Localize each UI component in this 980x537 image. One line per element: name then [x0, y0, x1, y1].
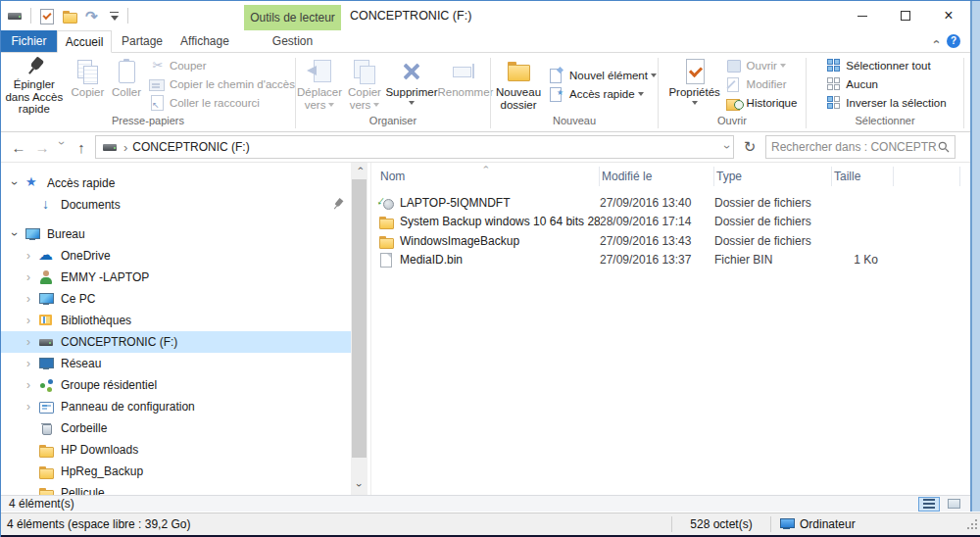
file-row[interactable]: WindowsImageBackup 27/09/2016 13:43 Doss… [378, 231, 970, 251]
column-header-size[interactable]: Taille [832, 167, 894, 186]
file-row[interactable]: System Backup windows 10 64 bits 28-9-..… [378, 213, 970, 232]
copy-path-button[interactable]: Copier le chemin d'accès [149, 76, 295, 93]
tree-chevron-icon[interactable] [23, 400, 34, 414]
new-item-button[interactable]: Nouvel élément [549, 67, 657, 83]
location-label: Ordinateur [800, 517, 856, 531]
dropdown-arrow-icon [780, 64, 786, 68]
copy-to-button[interactable]: Copiervers [345, 55, 384, 114]
content: Accès rapide Documents Bureau OneDrive E… [1, 163, 970, 495]
recent-locations-icon[interactable]: › [55, 141, 69, 153]
tree-chevron-icon[interactable] [23, 292, 34, 306]
properties-quick-icon[interactable] [38, 8, 55, 24]
minimize-button[interactable] [841, 1, 884, 30]
close-button[interactable]: × [927, 1, 970, 30]
breadcrumb[interactable]: CONCEPTRONIC (F:) [132, 140, 249, 154]
copy-button[interactable]: Copier [68, 55, 108, 114]
column-header-name[interactable]: Nom [378, 167, 600, 186]
edit-button[interactable]: Modifier [726, 76, 798, 93]
scrollbar-thumb[interactable] [352, 179, 367, 458]
sidebar-scrollbar[interactable] [351, 163, 368, 495]
tree-chevron-icon[interactable] [23, 378, 34, 392]
group-label-select: Sélectionner [807, 114, 963, 129]
search-icon[interactable] [938, 141, 950, 153]
icons-view-button[interactable] [943, 497, 964, 512]
sidebar-item-label: HpReg_Backup [61, 464, 143, 478]
sidebar-item[interactable]: Corbeille [1, 417, 351, 439]
qat-customize-icon[interactable] [109, 8, 121, 24]
select-none-button[interactable]: Aucun [827, 76, 946, 93]
history-button[interactable]: Historique [726, 95, 798, 112]
open-button[interactable]: Ouvrir [726, 58, 798, 74]
column-header-type[interactable]: Type [714, 167, 832, 186]
sidebar-item[interactable]: Bureau [1, 223, 351, 245]
properties-button[interactable]: Propriétés [667, 55, 722, 114]
address-box[interactable]: › CONCEPTRONIC (F:) › [95, 135, 734, 159]
tree-chevron-icon[interactable] [23, 249, 34, 263]
tree-chevron-icon[interactable] [23, 314, 34, 327]
select-all-button[interactable]: Sélectionner tout [827, 58, 946, 74]
group-organize: Déplacervers Copiervers Supprimer Renomm… [296, 55, 490, 131]
column-header-modified[interactable]: Modifié le [600, 167, 714, 186]
breadcrumb-separator-icon: › [123, 140, 127, 155]
move-to-button[interactable]: Déplacervers [294, 55, 345, 114]
tab-fichier[interactable]: Fichier [1, 30, 57, 52]
refresh-button[interactable]: ↻ [738, 138, 761, 156]
delete-button[interactable]: Supprimer [384, 55, 439, 114]
group-open: Propriétés Ouvrir Modifier [659, 55, 806, 131]
sidebar-item[interactable]: Documents [1, 194, 351, 216]
back-button[interactable]: ← [9, 139, 28, 156]
redo-icon[interactable]: ↷ [85, 8, 102, 24]
maximize-button[interactable] [884, 1, 927, 30]
resize-grip[interactable] [965, 516, 979, 532]
help-icon[interactable]: ? [947, 34, 960, 48]
sidebar-item-icon [38, 356, 54, 371]
tab-affichage[interactable]: Affichage [172, 30, 237, 52]
up-button[interactable]: ↑ [72, 139, 91, 156]
tab-accueil[interactable]: Accueil [57, 30, 112, 53]
sidebar-item[interactable]: Bibliothèques [1, 310, 351, 331]
sidebar-item[interactable]: HpReg_Backup [1, 461, 351, 482]
quick-access-button[interactable]: Accès rapide [549, 85, 657, 102]
sidebar-item[interactable]: Panneau de configuration [1, 396, 351, 417]
invert-selection-button[interactable]: Inverser la sélection [827, 95, 946, 112]
sidebar-item[interactable]: Réseau [1, 353, 351, 374]
paste-button[interactable]: Coller [108, 55, 145, 114]
cut-button[interactable]: ✂ Couper [149, 58, 295, 74]
group-label-organize: Organiser [296, 114, 490, 129]
new-folder-quick-icon[interactable] [62, 8, 78, 24]
new-folder-button[interactable]: Nouveau dossier [492, 55, 545, 114]
sidebar-item[interactable]: Accès rapide [1, 172, 351, 194]
details-view-button[interactable] [918, 497, 940, 512]
pin-to-quick-access-button[interactable]: Épingler dans Accès rapide [1, 55, 68, 114]
delete-icon [400, 60, 423, 83]
sidebar-item-icon [38, 248, 54, 264]
sidebar-item[interactable]: Groupe résidentiel [1, 374, 351, 396]
collapse-ribbon-icon[interactable]: › [933, 34, 937, 49]
background-window-edge [970, 1, 980, 512]
sidebar-item[interactable]: OneDrive [1, 245, 351, 267]
tree-chevron-icon[interactable] [23, 335, 34, 349]
address-dropdown-icon[interactable]: › [720, 145, 734, 149]
forward-button[interactable]: → [32, 139, 52, 156]
rename-button[interactable]: Renommer [439, 55, 492, 114]
select-none-icon [827, 77, 842, 92]
search-input[interactable] [771, 140, 938, 154]
tree-chevron-icon[interactable] [9, 227, 21, 241]
tree-chevron-icon[interactable] [23, 270, 34, 284]
tree-chevron-icon[interactable] [9, 176, 21, 190]
sidebar-item[interactable]: Ce PC [1, 288, 351, 310]
tab-gestion[interactable]: Gestion [245, 30, 340, 52]
sidebar-item[interactable]: EMMY -LAPTOP [1, 267, 351, 288]
scroll-up-icon[interactable] [351, 163, 368, 178]
file-row[interactable]: MediaID.bin 27/09/2016 13:37 Fichier BIN… [378, 251, 970, 270]
file-row[interactable]: LAPTOP-5IQMNDFT 27/09/2016 13:40 Dossier… [378, 193, 970, 213]
sidebar-item[interactable]: CONCEPTRONIC (F:) [1, 331, 351, 353]
sidebar-item[interactable]: HP Downloads [1, 439, 351, 461]
tab-partage[interactable]: Partage [112, 30, 172, 52]
tree-chevron-icon[interactable] [23, 357, 34, 370]
paste-shortcut-button[interactable]: Coller le raccourci [149, 95, 295, 112]
file-name: MediaID.bin [400, 253, 600, 267]
sidebar-item[interactable]: Pellicule [1, 482, 351, 495]
scroll-down-icon[interactable] [351, 479, 368, 495]
sidebar-item-label: HP Downloads [61, 443, 138, 457]
